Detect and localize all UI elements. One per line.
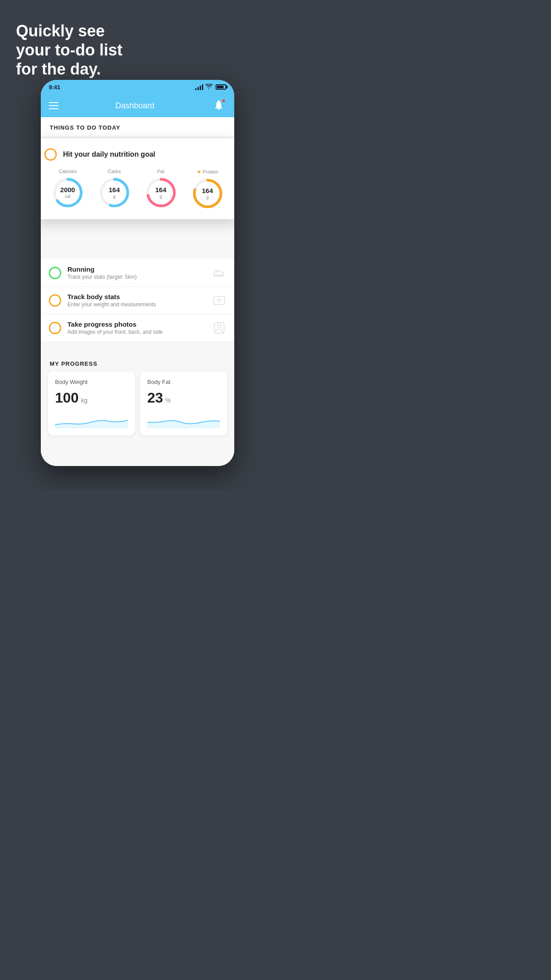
phone-content: THINGS TO DO TODAY Hit your daily nutrit… [41,117,234,466]
body-fat-value-row: 23 % [147,390,220,406]
protein-star-icon: ★ [197,169,201,175]
protein-ring: ★ Protein 164 g [192,169,224,209]
body-weight-chart [55,412,128,428]
body-stats-checkbox[interactable] [49,294,61,307]
body-fat-card: Body Fat 23 % [140,371,227,435]
notification-bell[interactable] [211,98,226,113]
status-bar: 9:41 [41,80,234,94]
section-header: THINGS TO DO TODAY [41,117,234,136]
nutrition-card: Hit your daily nutrition goal Calories 2… [41,138,234,219]
headline-line3: for the day. [16,59,122,79]
calories-unit: cal [60,194,75,199]
nav-bar: Dashboard [41,94,234,117]
notification-dot [222,99,225,103]
body-weight-card: Body Weight 100 kg [48,371,135,435]
body-fat-label: Body Fat [147,379,220,385]
body-weight-value-row: 100 kg [55,390,128,406]
body-weight-value: 100 [55,390,79,406]
body-fat-chart [147,412,220,428]
fat-value: 164 [155,186,166,194]
todo-item-photos[interactable]: Take progress photos Add images of your … [41,314,234,342]
carbs-ring: Carbs 164 g [98,169,130,209]
scale-icon [212,293,226,308]
body-weight-unit: kg [81,397,87,404]
phone-mockup: 9:41 [41,80,234,466]
hamburger-menu[interactable] [49,102,59,109]
signal-icon [195,84,203,90]
protein-label-row: ★ Protein [197,169,218,175]
body-stats-subtitle: Enter your weight and measurements [67,301,206,308]
nutrition-rings: Calories 2000 cal Carbs [44,169,231,209]
body-fat-unit: % [165,397,171,404]
running-title: Running [67,265,206,273]
todo-list: Running Track your stats (target: 5km) T… [41,259,234,342]
calories-label: Calories [59,169,76,174]
protein-value: 164 [202,187,213,195]
shoe-icon [212,266,226,280]
calories-ring: Calories 2000 cal [52,169,84,209]
headline-line2: your to-do list [16,40,122,59]
todo-item-running[interactable]: Running Track your stats (target: 5km) [41,259,234,287]
headline: Quickly see your to-do list for the day. [16,21,122,79]
todo-item-body-stats[interactable]: Track body stats Enter your weight and m… [41,287,234,314]
progress-header: MY PROGRESS [41,352,234,371]
battery-icon [216,84,226,90]
fat-label: Fat [157,169,165,174]
running-subtitle: Track your stats (target: 5km) [67,274,206,280]
nav-title: Dashboard [115,101,154,111]
body-stats-text: Track body stats Enter your weight and m… [67,293,206,308]
wifi-icon [205,84,213,91]
nutrition-checkbox[interactable] [44,148,57,161]
protein-unit: g [202,195,213,200]
carbs-unit: g [109,194,120,199]
photos-title: Take progress photos [67,320,206,328]
photos-subtitle: Add images of your front, back, and side [67,329,206,335]
body-weight-label: Body Weight [55,379,128,385]
running-checkbox[interactable] [49,267,61,279]
body-stats-title: Track body stats [67,293,206,300]
body-fat-value: 23 [147,390,163,406]
nutrition-card-title: Hit your daily nutrition goal [63,150,155,158]
running-text: Running Track your stats (target: 5km) [67,265,206,280]
status-icons [195,84,226,91]
person-icon [212,321,226,335]
calories-value: 2000 [60,186,75,194]
progress-cards: Body Weight 100 kg Body Fat [41,371,234,435]
photos-text: Take progress photos Add images of your … [67,320,206,335]
carbs-label: Carbs [108,169,121,174]
headline-line1: Quickly see [16,21,122,40]
progress-section: MY PROGRESS Body Weight 100 kg [41,352,234,435]
svg-point-0 [218,100,220,101]
svg-point-11 [217,324,221,328]
protein-label: Protein [203,169,218,174]
fat-unit: g [155,194,166,199]
carbs-value: 164 [109,186,120,194]
status-time: 9:41 [49,84,60,91]
fat-ring: Fat 164 g [145,169,177,209]
photos-checkbox[interactable] [49,322,61,334]
